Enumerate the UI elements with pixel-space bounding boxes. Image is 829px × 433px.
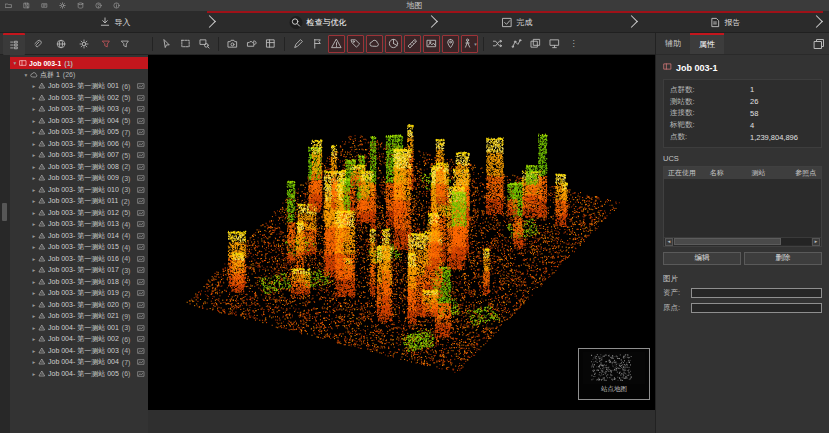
expander-icon[interactable]: ▸ [31,371,37,377]
expander-icon[interactable]: ▸ [31,348,37,354]
expander-icon[interactable]: ▸ [31,141,37,147]
globe-button[interactable] [50,33,72,55]
walk-person-button[interactable]: ▾ [461,35,478,53]
expander-icon[interactable]: ▸ [31,210,37,216]
expander-icon[interactable]: ▸ [31,290,37,296]
expander-icon[interactable]: ▸ [31,359,37,365]
expander-icon[interactable]: ▾ [23,72,29,78]
tree-item-station[interactable]: ▸Job 003- 第一测站 006(4) [10,138,148,150]
station-thumbnail-icon[interactable] [137,186,145,194]
expander-icon[interactable]: ▸ [31,175,37,181]
tab-auxiliary[interactable]: 辅助 [656,33,690,54]
station-thumbnail-icon[interactable] [137,82,145,90]
station-thumbnail-icon[interactable] [137,301,145,309]
settings-button[interactable] [74,33,96,55]
scrollbar-track[interactable] [674,238,811,245]
station-thumbnail-icon[interactable] [137,174,145,182]
station-thumbnail-icon[interactable] [137,278,145,286]
tree-item-station[interactable]: ▸Job 003- 第一测站 021(9) [10,311,148,323]
expander-icon[interactable]: ▸ [31,118,37,124]
station-thumbnail-icon[interactable] [137,117,145,125]
delete-button[interactable]: 删除 [744,252,822,265]
station-thumbnail-icon[interactable] [137,289,145,297]
tree-item-pointcloud-group[interactable]: ▾ 点群 1 (26) [10,69,148,81]
viewport-3d[interactable]: 站点地图 [148,55,655,410]
expander-icon[interactable]: ▸ [31,198,37,204]
tab-properties[interactable]: 属性 [690,33,724,54]
select-arrow-button[interactable] [158,35,175,53]
tree-item-station[interactable]: ▸Job 003- 第一测站 019(2) [10,288,148,300]
tree-item-station[interactable]: ▸Job 004- 第一测站 004(7) [10,357,148,369]
tree-item-station[interactable]: ▸Job 003- 第一测站 016(4) [10,253,148,265]
panel-layout-icon[interactable] [813,33,825,54]
tree-item-station[interactable]: ▸Job 003- 第一测站 017(3) [10,265,148,277]
workflow-step-3[interactable]: 完成 [502,11,533,33]
station-thumbnail-icon[interactable] [137,220,145,228]
tree-item-station[interactable]: ▸Job 004- 第一测站 005(6) [10,368,148,380]
origin-input[interactable] [691,303,822,313]
workflow-step-2[interactable]: 检查与优化 [290,11,347,33]
tree-item-station[interactable]: ▸Job 003- 第一测站 020(5) [10,299,148,311]
expander-icon[interactable]: ▸ [31,244,37,250]
expander-icon[interactable]: ▸ [31,267,37,273]
station-thumbnail-icon[interactable] [137,335,145,343]
station-thumbnail-icon[interactable] [137,209,145,217]
location-pin-button[interactable] [442,35,459,53]
tree-item-job[interactable]: ▾ Job 003-1 (1) [10,57,148,69]
flag-button[interactable] [309,35,326,53]
tree-item-station[interactable]: ▸Job 004- 第一测站 002(6) [10,334,148,346]
tree-item-station[interactable]: ▸Job 003- 第一测站 008(2) [10,161,148,173]
expander-icon[interactable]: ▸ [31,83,37,89]
tree-item-station[interactable]: ▸Job 003- 第一测站 018(4) [10,276,148,288]
expander-icon[interactable]: ▸ [31,256,37,262]
tree-item-station[interactable]: ▸Job 003- 第一测站 001(6) [10,81,148,93]
tree-item-station[interactable]: ▸Job 003- 第一测站 012(5) [10,207,148,219]
zoom-window-button[interactable] [196,35,213,53]
tree-item-station[interactable]: ▸Job 003- 第一测站 015(4) [10,242,148,254]
pen-button[interactable] [290,35,307,53]
pie-chart-button[interactable] [385,35,402,53]
tree-item-station[interactable]: ▸Job 003- 第一测站 010(3) [10,184,148,196]
station-thumbnail-icon[interactable] [137,243,145,251]
image-stack-button[interactable] [527,35,544,53]
edit-button[interactable]: 编辑 [663,252,741,265]
camera-cloud-button[interactable] [243,35,260,53]
cube-button[interactable] [262,35,279,53]
cloud-button[interactable] [366,35,383,53]
tree-item-station[interactable]: ▸Job 003- 第一测站 005(7) [10,127,148,139]
station-thumbnail-icon[interactable] [137,94,145,102]
tree-item-station[interactable]: ▸Job 004- 第一测站 003(4) [10,345,148,357]
station-thumbnail-icon[interactable] [137,105,145,113]
tree-item-station[interactable]: ▸Job 004- 第一测站 001(3) [10,322,148,334]
expander-icon[interactable]: ▸ [31,336,37,342]
tree-item-station[interactable]: ▸Job 003- 第一测站 011(2) [10,196,148,208]
station-thumbnail-icon[interactable] [137,266,145,274]
ruler-button[interactable] [404,35,421,53]
station-thumbnail-icon[interactable] [137,255,145,263]
station-thumbnail-icon[interactable] [137,128,145,136]
station-thumbnail-icon[interactable] [137,358,145,366]
expander-icon[interactable]: ▸ [31,164,37,170]
station-thumbnail-icon[interactable] [137,232,145,240]
collapsed-panel-strip[interactable] [0,55,10,433]
ucs-column-header[interactable]: 参照点 [791,168,821,178]
expander-icon[interactable]: ▸ [31,313,37,319]
filter-red-button[interactable] [97,35,114,53]
station-thumbnail-icon[interactable] [137,197,145,205]
monitor-button[interactable] [546,35,563,53]
station-thumbnail-icon[interactable] [137,140,145,148]
tag-button[interactable] [347,35,364,53]
ucs-column-header[interactable]: 名称 [706,168,748,178]
minimap[interactable]: 站点地图 [578,348,650,400]
tree-item-station[interactable]: ▸Job 003- 第一测站 007(5) [10,150,148,162]
filter-button[interactable] [116,35,133,53]
asset-input[interactable] [691,288,822,298]
expander-icon[interactable]: ▸ [31,221,37,227]
toolbar-overflow-button[interactable]: ⋮ [565,35,582,53]
tree-item-station[interactable]: ▸Job 003- 第一测站 009(3) [10,173,148,185]
expander-icon[interactable]: ▾ [12,60,18,66]
tree-item-station[interactable]: ▸Job 003- 第一测站 003(4) [10,104,148,116]
shuffle-button[interactable] [489,35,506,53]
tree-item-station[interactable]: ▸Job 003- 第一测站 004(5) [10,115,148,127]
scroll-left-button[interactable]: ◄ [665,238,673,246]
